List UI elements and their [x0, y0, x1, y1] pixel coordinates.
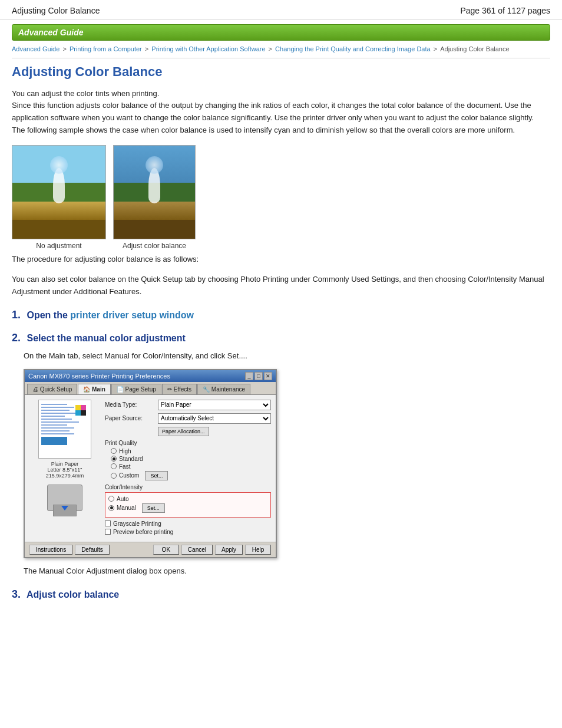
step-2-subtext: On the Main tab, select Manual for Color…	[12, 350, 550, 362]
color-manual-radio[interactable]	[108, 505, 114, 511]
dialog-body: Plain PaperLetter 8.5"x11" 215.9x279.4mm…	[25, 395, 276, 542]
breadcrumb-link-2[interactable]: Printing from a Computer	[70, 45, 142, 52]
step-1-heading: 1. Open the printer driver setup window	[12, 309, 550, 321]
page-number: Page 361 of 1127 pages	[460, 6, 550, 15]
dialog-bottom-buttons: Instructions Defaults OK Cancel Apply He…	[25, 542, 276, 557]
dialog-right-buttons: OK Cancel Apply Help	[153, 545, 271, 555]
dialog-titlebar: Canon MX870 series Printer Printing Pref…	[25, 370, 276, 382]
paper-source-row: Paper Source: Automatically Select	[105, 413, 271, 424]
quick-setup-note: You can also set color balance on the Qu…	[12, 274, 550, 298]
dialog-close-btn[interactable]: ✕	[264, 372, 272, 380]
breadcrumb-current: Adjusting Color Balance	[440, 45, 509, 52]
step-2-caption: The Manual Color Adjustment dialog box o…	[12, 565, 550, 577]
breadcrumb-link-3[interactable]: Printing with Other Application Software	[151, 45, 265, 52]
procedure-text: The procedure for adjusting color balanc…	[12, 253, 550, 266]
step-2-heading: 2. Select the manual color adjustment	[12, 332, 550, 344]
step-3-num: 3.	[12, 588, 21, 600]
dialog-left-buttons: Instructions Defaults	[29, 545, 110, 555]
paper-source-select[interactable]: Automatically Select	[158, 413, 271, 424]
media-type-label: Media Type:	[105, 401, 158, 408]
color-intensity-label: Color/Intensity	[105, 484, 271, 490]
step-2-num: 2.	[12, 332, 21, 344]
printer-icon	[47, 485, 82, 511]
advanced-guide-banner: Advanced Guide	[12, 24, 550, 41]
defaults-btn[interactable]: Defaults	[75, 545, 110, 555]
adjusted-label: Adjust color balance	[123, 242, 186, 250]
step-1-num: 1.	[12, 309, 21, 321]
preview-paper-label: Plain PaperLetter 8.5"x11" 215.9x279.4mm	[29, 461, 100, 479]
image-adjusted: Adjust color balance	[113, 145, 196, 250]
paper-allocation-row: Paper Allocation...	[105, 427, 271, 436]
grayscale-checkbox[interactable]	[105, 521, 111, 526]
media-type-row: Media Type: Plain Paper	[105, 400, 271, 410]
image-no-adjustment: No adjustment	[12, 145, 106, 250]
printer-driver-link[interactable]: printer driver setup window	[70, 310, 194, 320]
quality-standard-row: Standard	[111, 456, 271, 462]
quality-high-radio[interactable]	[111, 448, 117, 454]
color-manual-row: Manual Set...	[108, 503, 267, 513]
breadcrumb-link-4[interactable]: Changing the Print Quality and Correctin…	[275, 45, 431, 52]
dialog-title: Canon MX870 series Printer Printing Pref…	[28, 373, 170, 380]
main-heading: Adjusting Color Balance	[12, 64, 550, 80]
quality-high-row: High	[111, 448, 271, 454]
breadcrumb: Advanced Guide > Printing from a Compute…	[12, 44, 550, 58]
preview-checkbox-row: Preview before printing	[105, 529, 271, 535]
color-preview-box	[75, 405, 87, 417]
color-auto-row: Auto	[108, 496, 267, 502]
step-3-text: Adjust color balance	[27, 589, 119, 599]
color-intensity-box: Auto Manual Set...	[105, 492, 271, 518]
quality-custom-radio[interactable]	[111, 473, 117, 479]
no-adjust-label: No adjustment	[36, 242, 81, 250]
quality-custom-row: Custom Set...	[111, 471, 271, 480]
help-btn[interactable]: Help	[245, 545, 271, 555]
print-quality-label: Print Quality	[105, 440, 271, 446]
paper-preview	[38, 400, 91, 459]
apply-btn[interactable]: Apply	[215, 545, 243, 555]
quality-fast-row: Fast	[111, 463, 271, 470]
dialog-preview-panel: Plain PaperLetter 8.5"x11" 215.9x279.4mm	[29, 400, 100, 537]
ok-btn[interactable]: OK	[153, 545, 179, 555]
quality-standard-radio[interactable]	[111, 456, 117, 462]
printer-icon-area	[29, 485, 100, 511]
image-comparison: No adjustment Adjust color balance	[12, 145, 550, 250]
dialog-tabs: 🖨 Quick Setup 🏠 Main 📄 Page Setup ✏ Effe…	[25, 382, 276, 395]
preview-checkbox[interactable]	[105, 529, 111, 535]
tab-page-setup[interactable]: 📄 Page Setup	[111, 384, 161, 394]
page-title-header: Adjusting Color Balance	[12, 6, 100, 15]
dialog-fields-panel: Media Type: Plain Paper Paper Source: Au…	[105, 400, 271, 537]
image-adjust-preview	[113, 145, 196, 239]
printer-preferences-dialog: Canon MX870 series Printer Printing Pref…	[24, 369, 277, 558]
print-quality-options: High Standard Fast Custom Set...	[111, 448, 271, 480]
quality-set-btn[interactable]: Set...	[145, 471, 168, 480]
grayscale-checkbox-row: Grayscale Printing	[105, 521, 271, 527]
step-3-heading: 3. Adjust color balance	[12, 588, 550, 601]
dialog-minimize-btn[interactable]: _	[245, 372, 253, 380]
dialog-window-controls: _ □ ✕	[245, 372, 272, 380]
tab-effects[interactable]: ✏ Effects	[162, 384, 197, 394]
main-content: Adjusting Color Balance You can adjust t…	[0, 58, 562, 619]
tab-main[interactable]: 🏠 Main	[78, 384, 111, 394]
breadcrumb-link-1[interactable]: Advanced Guide	[12, 45, 59, 52]
instructions-btn[interactable]: Instructions	[29, 545, 72, 555]
banner-label: Advanced Guide	[18, 28, 83, 37]
image-no-adjust-preview	[12, 145, 106, 239]
cancel-btn[interactable]: Cancel	[181, 545, 213, 555]
step-1-text: Open the	[27, 310, 70, 320]
color-set-btn[interactable]: Set...	[142, 503, 165, 513]
media-type-select[interactable]: Plain Paper	[158, 400, 271, 410]
paper-source-label: Paper Source:	[105, 415, 158, 421]
paper-allocation-btn[interactable]: Paper Allocation...	[158, 427, 209, 436]
tab-maintenance[interactable]: 🔧 Maintenance	[197, 384, 250, 394]
tab-quick-setup[interactable]: 🖨 Quick Setup	[27, 384, 77, 394]
intro-paragraph-1: You can adjust the color tints when prin…	[12, 88, 550, 137]
quality-fast-radio[interactable]	[111, 463, 117, 469]
step-2-text: Select the manual color adjustment	[27, 333, 185, 343]
page-header: Adjusting Color Balance Page 361 of 1127…	[0, 0, 562, 19]
color-auto-radio[interactable]	[108, 496, 114, 502]
dialog-maximize-btn[interactable]: □	[254, 372, 263, 380]
